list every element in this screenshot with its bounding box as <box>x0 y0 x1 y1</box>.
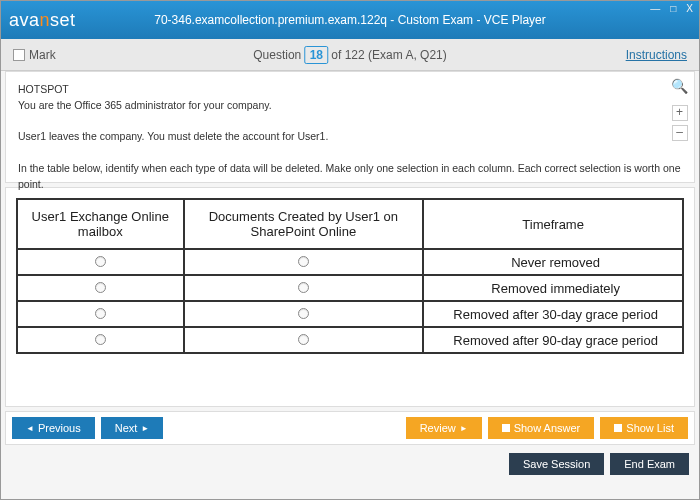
review-button[interactable]: Review <box>406 417 482 439</box>
title-bar: avanset 70-346.examcollection.premium.ex… <box>1 1 699 39</box>
zoom-in-button[interactable]: + <box>672 105 688 121</box>
radio-option[interactable] <box>298 334 309 345</box>
radio-option[interactable] <box>298 256 309 267</box>
timeframe-label: Removed after 90-day grace period <box>423 327 683 353</box>
column-header: Documents Created by User1 on SharePoint… <box>184 199 424 249</box>
save-session-button[interactable]: Save Session <box>509 453 604 475</box>
radio-option[interactable] <box>298 282 309 293</box>
mark-checkbox[interactable] <box>13 49 25 61</box>
zoom-controls: 🔍 + – <box>671 76 688 141</box>
end-exam-button[interactable]: End Exam <box>610 453 689 475</box>
radio-option[interactable] <box>95 334 106 345</box>
question-indicator: Question 18 of 122 (Exam A, Q21) <box>253 48 446 62</box>
hotspot-table: User1 Exchange Online mailbox Documents … <box>16 198 684 354</box>
close-button[interactable]: X <box>686 3 693 14</box>
next-button[interactable]: Next <box>101 417 164 439</box>
radio-option[interactable] <box>95 308 106 319</box>
question-line: You are the Office 365 administrator for… <box>18 98 682 114</box>
answer-panel: User1 Exchange Online mailbox Documents … <box>5 187 695 407</box>
navigation-bar: Previous Next Review Show Answer Show Li… <box>5 411 695 445</box>
minimize-button[interactable]: — <box>650 3 660 14</box>
timeframe-label: Removed after 30-day grace period <box>423 301 683 327</box>
table-row: Removed immediately <box>17 275 683 301</box>
question-number: 18 <box>305 46 328 64</box>
question-line: In the table below, identify when each t… <box>18 161 682 193</box>
table-row: Never removed <box>17 249 683 275</box>
question-header: Mark Question 18 of 122 (Exam A, Q21) In… <box>1 39 699 71</box>
question-tag: HOTSPOT <box>18 82 682 98</box>
window-controls: — □ X <box>644 1 699 16</box>
radio-option[interactable] <box>298 308 309 319</box>
mark-question[interactable]: Mark <box>13 48 56 62</box>
question-text-panel: HOTSPOT You are the Office 365 administr… <box>5 71 695 183</box>
column-header: Timeframe <box>423 199 683 249</box>
instructions-link[interactable]: Instructions <box>626 48 687 62</box>
bottom-bar: Save Session End Exam <box>1 449 699 483</box>
previous-button[interactable]: Previous <box>12 417 95 439</box>
show-list-button[interactable]: Show List <box>600 417 688 439</box>
mark-label: Mark <box>29 48 56 62</box>
table-row: Removed after 90-day grace period <box>17 327 683 353</box>
table-row: Removed after 30-day grace period <box>17 301 683 327</box>
magnifier-icon[interactable]: 🔍 <box>671 76 688 97</box>
question-line: User1 leaves the company. You must delet… <box>18 129 682 145</box>
show-answer-button[interactable]: Show Answer <box>488 417 595 439</box>
radio-option[interactable] <box>95 256 106 267</box>
zoom-out-button[interactable]: – <box>672 125 688 141</box>
window-title: 70-346.examcollection.premium.exam.122q … <box>154 13 546 27</box>
radio-option[interactable] <box>95 282 106 293</box>
maximize-button[interactable]: □ <box>670 3 676 14</box>
column-header: User1 Exchange Online mailbox <box>17 199 184 249</box>
app-logo: avanset <box>9 10 76 31</box>
timeframe-label: Removed immediately <box>423 275 683 301</box>
timeframe-label: Never removed <box>423 249 683 275</box>
